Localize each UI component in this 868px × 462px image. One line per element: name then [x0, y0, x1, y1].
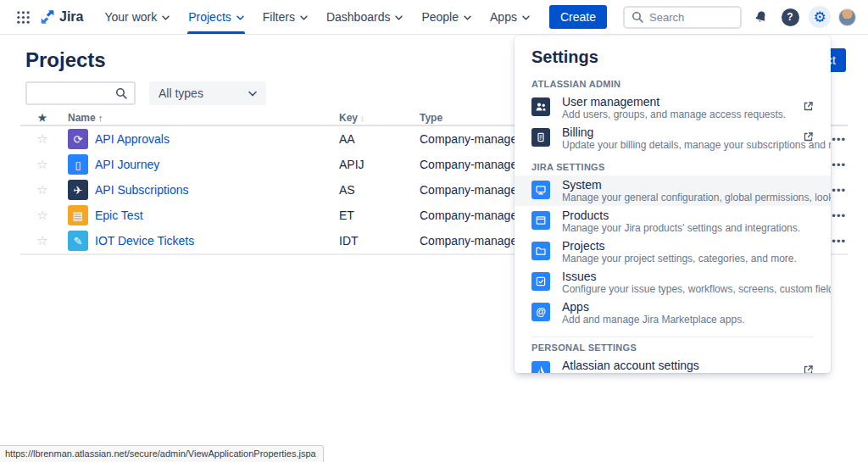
- settings-item-atlassian-account-settings[interactable]: Atlassian account settings: [515, 356, 831, 373]
- star-column-icon: ★: [38, 112, 47, 124]
- jira-mark-icon: [39, 8, 56, 25]
- project-name-link[interactable]: Epic Test: [95, 209, 143, 222]
- settings-item-projects[interactable]: ProjectsManage your project settings, ca…: [515, 237, 831, 267]
- settings-item-title: Apps: [562, 300, 814, 314]
- chevron-down-icon: [162, 15, 170, 20]
- products-icon: [531, 211, 550, 230]
- star-toggle-icon[interactable]: ☆: [36, 233, 47, 248]
- settings-item-issues[interactable]: IssuesConfigure your issue types, workfl…: [515, 267, 831, 298]
- settings-panel-title: Settings: [531, 47, 814, 67]
- app-switcher-icon[interactable]: [12, 6, 34, 28]
- settings-item-apps[interactable]: @AppsAdd and manage Jira Marketplace app…: [515, 298, 831, 328]
- jira-logo[interactable]: Jira: [39, 8, 83, 25]
- row-more-button[interactable]: •••: [832, 159, 846, 171]
- project-key: APIJ: [339, 158, 420, 171]
- notification-bell-icon[interactable]: [749, 6, 771, 28]
- settings-item-description: Add and manage Jira Marketplace apps.: [562, 314, 814, 326]
- type-filter-value: All types: [159, 86, 203, 100]
- chevron-down-icon: [248, 91, 257, 97]
- settings-item-description: Configure your issue types, workflows, s…: [562, 284, 814, 295]
- link-status-bar: https://lbrenman.atlassian.net/secure/ad…: [0, 445, 324, 462]
- atlassian-icon: [531, 361, 550, 373]
- issues-icon: [531, 272, 550, 291]
- external-link-icon: [803, 364, 814, 373]
- chevron-down-icon: [395, 15, 403, 20]
- settings-item-system[interactable]: SystemManage your general configuration,…: [515, 175, 831, 206]
- project-search-input[interactable]: [34, 87, 108, 100]
- search-icon: [115, 87, 127, 99]
- settings-gear-icon[interactable]: ⚙: [809, 6, 831, 28]
- row-more-button[interactable]: •••: [832, 184, 846, 197]
- nav-item-your-work[interactable]: Your work: [95, 0, 179, 34]
- row-more-button[interactable]: •••: [832, 235, 846, 248]
- settings-item-description: Manage your general configuration, globa…: [562, 192, 814, 203]
- settings-item-description: Update your billing details, manage your…: [562, 140, 794, 151]
- global-search-input[interactable]: [649, 11, 726, 24]
- project-avatar bed-icon: ▤: [68, 205, 88, 225]
- avatar[interactable]: [838, 8, 856, 26]
- create-button[interactable]: Create: [549, 5, 607, 29]
- star-toggle-icon[interactable]: ☆: [36, 208, 47, 222]
- project-avatar sync-icon: ⟳: [68, 129, 88, 149]
- settings-panel: Settings ATLASSIAN ADMINUser managementA…: [515, 36, 831, 373]
- settings-item-products[interactable]: ProductsManage your Jira products' setti…: [515, 206, 831, 237]
- column-header-name[interactable]: Name ↑: [64, 112, 339, 124]
- project-name-link[interactable]: IOT Device Tickets: [95, 234, 194, 248]
- star-toggle-icon[interactable]: ☆: [36, 131, 47, 146]
- settings-item-title: Billing: [562, 125, 794, 139]
- primary-nav: Your workProjectsFiltersDashboardsPeople…: [95, 0, 538, 34]
- external-link-icon: [803, 100, 814, 115]
- settings-item-description: Add users, groups, and manage access req…: [562, 109, 794, 120]
- help-icon[interactable]: ?: [779, 6, 801, 28]
- nav-item-label: Apps: [490, 10, 517, 24]
- project-name-link[interactable]: API Approvals: [95, 132, 170, 146]
- system-icon: [531, 181, 550, 199]
- settings-item-description: Manage your project settings, categories…: [562, 253, 814, 264]
- project-search-field[interactable]: [25, 81, 136, 105]
- type-filter-select[interactable]: All types: [149, 81, 266, 105]
- row-more-button[interactable]: •••: [832, 133, 846, 146]
- project-avatar rocket-icon: ✈: [68, 180, 88, 200]
- sort-ascending-icon: ↑: [98, 113, 103, 123]
- project-name-link[interactable]: API Subscriptions: [95, 183, 189, 197]
- logo-text: Jira: [59, 9, 83, 25]
- global-search[interactable]: [623, 6, 742, 29]
- project-avatar phone-icon: ▯: [68, 154, 88, 175]
- settings-item-description: Manage your Jira products' settings and …: [562, 223, 814, 234]
- project-key: AA: [339, 132, 420, 146]
- row-more-button[interactable]: •••: [832, 209, 846, 222]
- settings-item-title: User management: [562, 95, 794, 109]
- nav-item-filters[interactable]: Filters: [253, 0, 317, 34]
- nav-item-label: Your work: [104, 10, 157, 24]
- project-avatar notepad-icon: ✎: [68, 231, 88, 251]
- chevron-down-icon: [300, 15, 308, 20]
- settings-item-title: Atlassian account settings: [562, 359, 794, 372]
- column-header-key[interactable]: Key↕: [339, 112, 420, 124]
- chevron-down-icon: [236, 15, 244, 20]
- nav-item-label: People: [421, 10, 459, 24]
- nav-item-projects[interactable]: Projects: [179, 0, 253, 34]
- gear-glyph-icon: ⚙: [813, 10, 826, 25]
- project-key: ET: [339, 209, 420, 222]
- question-mark-icon: ?: [782, 8, 799, 26]
- star-toggle-icon[interactable]: ☆: [36, 182, 47, 197]
- settings-sections: ATLASSIAN ADMINUser managementAdd users,…: [515, 79, 831, 373]
- sort-idle-icon: ↕: [360, 114, 364, 123]
- project-name-link[interactable]: API Journey: [95, 158, 159, 171]
- nav-item-label: Projects: [188, 10, 231, 24]
- settings-item-user-management[interactable]: User managementAdd users, groups, and ma…: [515, 92, 831, 123]
- chevron-down-icon: [464, 15, 471, 20]
- settings-item-billing[interactable]: BillingUpdate your billing details, mana…: [515, 123, 831, 153]
- nav-item-people[interactable]: People: [412, 0, 481, 34]
- users-icon: [531, 97, 550, 116]
- nav-item-dashboards[interactable]: Dashboards: [317, 0, 413, 34]
- star-toggle-icon[interactable]: ☆: [36, 157, 47, 171]
- section-heading-jira-settings: JIRA SETTINGS: [531, 162, 814, 172]
- nav-item-apps[interactable]: Apps: [481, 0, 539, 34]
- project-key: IDT: [339, 234, 420, 248]
- settings-item-title: Issues: [562, 270, 814, 283]
- nav-item-label: Dashboards: [326, 10, 391, 24]
- nav-item-label: Filters: [263, 10, 295, 24]
- search-icon: [632, 11, 643, 23]
- apps-icon: @: [531, 303, 550, 321]
